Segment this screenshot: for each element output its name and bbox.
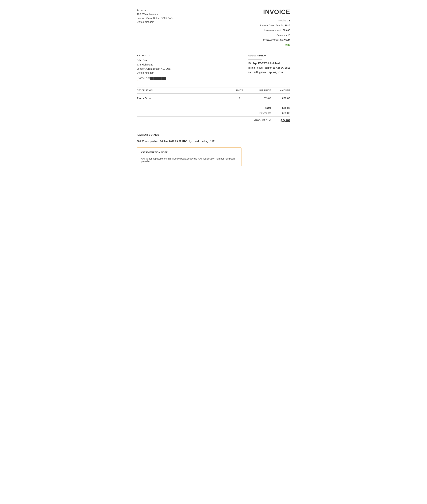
amount-due-value: £0.00 — [271, 118, 290, 123]
table-row: Plan - Grow 1 £89.00 £89.00 — [137, 94, 290, 103]
billing-period-label: Billing Period — [248, 66, 263, 69]
vat-value: GB8██████████ — [146, 77, 166, 80]
invoice-amount-label: Invoice Amount — [264, 29, 281, 32]
amount-due-row: Amount due £0.00 — [137, 117, 290, 125]
payment-date: 04 Jan, 2016 09:07 UTC — [160, 140, 187, 143]
total-value: £89.00 — [271, 106, 290, 109]
company-name: Acme Inc — [137, 8, 173, 12]
row-amount: £89.00 — [271, 97, 290, 100]
by-text: by — [189, 140, 192, 143]
customer-id-label: Customer ID — [276, 34, 290, 37]
vat-number-box: VAT #: GB8██████████ — [137, 76, 168, 81]
company-address-line1: 123, Walnut Avenue — [137, 12, 173, 16]
billed-to-name: John Doe — [137, 59, 171, 63]
billed-to-address2: London, Great Britain N12 0US — [137, 67, 171, 71]
subscription-id-value: 2rprAVaTPYoL0in2JwM — [253, 62, 280, 65]
vat-exemption-label: VAT EXEMPTION NOTE — [141, 151, 237, 154]
subscription-label: SUBSCRIPTION — [248, 54, 290, 58]
invoice-title: INVOICE — [260, 8, 290, 16]
subscription-id-label: ID — [248, 62, 251, 65]
customer-id-value: 2rprAVaTPYoL0in2JwM — [263, 39, 290, 41]
header-description: DESCRIPTION — [137, 89, 231, 92]
row-description: Plan - Grow — [137, 97, 231, 100]
invoice-number-row: Invoice # 1 — [260, 18, 290, 23]
company-address-line2: London, Great Britain EC2R 6AB — [137, 16, 173, 20]
amount-due-label: Amount due — [243, 118, 271, 123]
invoice-date-value: Jan 04, 2016 — [276, 24, 290, 27]
next-billing-row: Next Billing Date Apr 04, 2016 — [248, 70, 290, 75]
billed-to: BILLED TO John Doe 735 High Road London,… — [137, 54, 171, 81]
header-units: UNITS — [231, 89, 248, 92]
totals-section: Total £89.00 Payments -£89.00 Amount due… — [137, 103, 290, 127]
billed-to-label: BILLED TO — [137, 54, 171, 58]
billing-period-value: Jan 04 to Apr 04, 2016 — [265, 66, 290, 69]
subscription-info: SUBSCRIPTION ID 2rprAVaTPYoL0in2JwM Bill… — [248, 54, 290, 81]
table-header: DESCRIPTION UNITS UNIT PRICE AMOUNT — [137, 87, 290, 94]
customer-id-row: Customer ID 2rprAVaTPYoL0in2JwM — [260, 33, 290, 43]
company-info: Acme Inc 123, Walnut Avenue London, Grea… — [137, 8, 173, 47]
next-billing-label: Next Billing Date — [248, 71, 267, 74]
payment-text: £89.00 was paid on 04 Jan, 2016 09:07 UT… — [137, 140, 290, 143]
invoice-amount-row: Invoice Amount £89.00 — [260, 28, 290, 33]
card-last4: 1111. — [210, 140, 216, 143]
payment-details-section: PAYMENT DETAILS £89.00 was paid on 04 Ja… — [137, 134, 290, 143]
total-row: Total £89.00 — [137, 105, 290, 110]
payment-method: card — [194, 140, 199, 143]
header-amount: AMOUNT — [271, 89, 290, 92]
vat-label: VAT #: — [139, 77, 145, 80]
vat-exemption-box: VAT EXEMPTION NOTE VAT is not applicable… — [137, 148, 242, 166]
payments-label: Payments — [243, 112, 271, 114]
row-unit-price: £89.00 — [248, 97, 271, 100]
ending-text: ending — [201, 140, 208, 143]
paid-on-text: was paid on — [145, 140, 158, 143]
payment-details-label: PAYMENT DETAILS — [137, 134, 290, 136]
invoice-header: INVOICE Invoice # 1 Invoice Date Jan 04,… — [260, 8, 290, 47]
payments-row: Payments -£89.00 — [137, 110, 290, 115]
vat-exemption-text: VAT is not applicable on this invoice be… — [141, 157, 237, 163]
total-label: Total — [243, 106, 271, 109]
invoice-date-row: Invoice Date Jan 04, 2016 — [260, 23, 290, 28]
billed-to-country: United Kingdom — [137, 71, 171, 75]
billed-to-address1: 735 High Road — [137, 63, 171, 67]
invoice-date-label: Invoice Date — [260, 24, 274, 27]
billing-section: BILLED TO John Doe 735 High Road London,… — [137, 54, 290, 81]
invoice-amount-value: £89.00 — [283, 29, 290, 32]
invoice-table: DESCRIPTION UNITS UNIT PRICE AMOUNT Plan… — [137, 87, 290, 127]
subscription-id-row: ID 2rprAVaTPYoL0in2JwM — [248, 61, 290, 66]
payments-value: -£89.00 — [271, 112, 290, 114]
paid-badge: PAID — [260, 44, 290, 47]
invoice-number-value: 1 — [289, 19, 290, 22]
invoice-meta: Invoice # 1 Invoice Date Jan 04, 2016 In… — [260, 18, 290, 43]
invoice-number-label: Invoice # — [278, 19, 288, 22]
billing-period-row: Billing Period Jan 04 to Apr 04, 2016 — [248, 66, 290, 70]
row-units: 1 — [231, 97, 248, 100]
next-billing-value: Apr 04, 2016 — [268, 71, 283, 74]
payment-amount: £89.00 — [137, 140, 145, 143]
header-unit-price: UNIT PRICE — [248, 89, 271, 92]
company-country: United Kingdom — [137, 20, 173, 24]
